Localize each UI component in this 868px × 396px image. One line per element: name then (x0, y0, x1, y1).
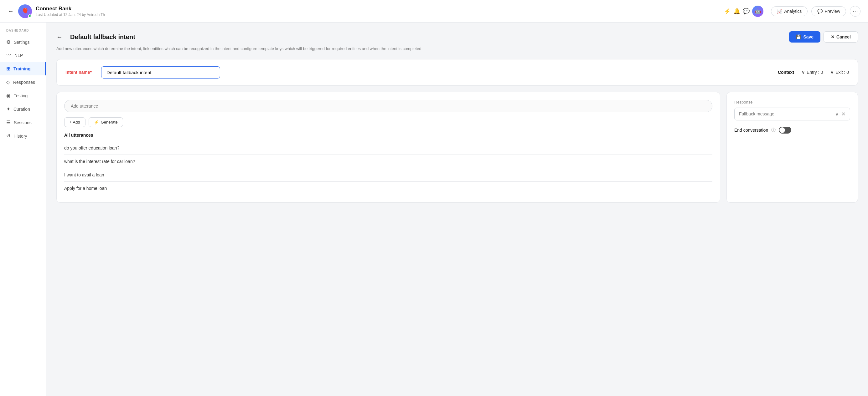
required-marker: * (90, 70, 92, 75)
utterance-actions: + Add ⚡ Generate (64, 117, 712, 127)
utterances-list: do you offer education loan? what is the… (64, 141, 712, 195)
utterances-panel: + Add ⚡ Generate All utterances do you o… (56, 92, 720, 203)
bot-last-updated: Last Updated at 12 Jan, 24 by Anirudh Th (36, 12, 105, 17)
analytics-button[interactable]: 📈 Analytics (771, 6, 808, 16)
sidebar-nlp-label: NLP (14, 53, 23, 58)
context-section: Context ∨ Entry : 0 ∨ Exit : 0 (778, 70, 849, 75)
chevron-down-icon[interactable]: ∨ (835, 111, 839, 117)
response-input-icons: ∨ ✕ (835, 111, 845, 117)
exit-value: Exit : 0 (835, 70, 849, 75)
page-back-button[interactable]: ← (56, 33, 63, 41)
bot-online-indicator (28, 14, 31, 18)
sidebar-training-label: Training (13, 66, 30, 71)
page-description: Add new utterances which determine the i… (56, 46, 432, 52)
exit-chevron-icon: ∨ (830, 70, 834, 75)
cancel-button[interactable]: ✕ Cancel (824, 31, 858, 42)
bot-avatar: 🎈 (18, 4, 32, 18)
save-label: Save (803, 34, 813, 39)
sidebar-item-testing[interactable]: ◉ Testing (0, 89, 46, 102)
sidebar-testing-label: Testing (14, 93, 28, 98)
response-panel: Response ∨ ✕ End conversation ⓘ (726, 92, 858, 203)
user-avatar: 🤖 (752, 6, 764, 17)
sidebar-item-training[interactable]: ⊞ Training (0, 62, 46, 75)
bot-info: Connect Bank Last Updated at 12 Jan, 24 … (36, 6, 105, 17)
header-icons: ⚡ 🔔 💬 🤖 (724, 6, 767, 17)
more-options-button[interactable]: ⋯ (850, 6, 861, 16)
sidebar: DASHBOARD ⚙ Settings 〰 NLP ⊞ Training ◇ … (0, 23, 46, 396)
cancel-label: Cancel (836, 34, 851, 39)
all-utterances-title: All utterances (64, 133, 712, 138)
entry-dropdown[interactable]: ∨ Entry : 0 (802, 70, 823, 75)
settings-icon: ⚙ (6, 39, 11, 45)
header-right: ⚡ 🔔 💬 🤖 📈 Analytics 💬 Preview ⋯ (724, 6, 861, 17)
intent-card: Intent name* Context ∨ Entry : 0 ∨ Exit … (56, 59, 858, 86)
clear-icon[interactable]: ✕ (841, 111, 845, 117)
responses-icon: ◇ (6, 79, 10, 85)
dashboard-label: DASHBOARD (0, 29, 46, 35)
history-icon: ↺ (6, 133, 10, 139)
exit-dropdown[interactable]: ∨ Exit : 0 (830, 70, 849, 75)
analytics-label: Analytics (784, 9, 802, 14)
chat-icon-btn[interactable]: 💬 (743, 8, 750, 15)
utterance-item: do you offer education loan? (64, 141, 712, 155)
cancel-icon: ✕ (831, 34, 835, 39)
sidebar-responses-label: Responses (13, 80, 35, 85)
sidebar-item-curation[interactable]: ✦ Curation (0, 102, 46, 116)
info-icon[interactable]: ⓘ (771, 127, 776, 133)
intent-name-input[interactable] (101, 66, 220, 78)
utterance-item: what is the interest rate for car loan? (64, 155, 712, 168)
page-title-row: ← Default fallback intent (56, 33, 135, 41)
training-icon: ⊞ (6, 66, 10, 72)
sidebar-sessions-label: Sessions (14, 120, 32, 125)
preview-button[interactable]: 💬 Preview (811, 6, 846, 16)
main-content: ← Default fallback intent 💾 Save ✕ Cance… (46, 23, 868, 396)
generate-label: Generate (101, 120, 118, 125)
utterance-item: Apply for a home loan (64, 182, 712, 195)
page-actions: 💾 Save ✕ Cancel (789, 31, 858, 42)
curation-icon: ✦ (6, 106, 10, 112)
response-label: Response (734, 100, 850, 104)
sidebar-settings-label: Settings (14, 40, 30, 45)
bot-name: Connect Bank (36, 6, 105, 12)
back-button[interactable]: ← (7, 7, 14, 15)
notification-icon-btn[interactable]: 🔔 (733, 8, 740, 15)
analytics-chart-icon: 📈 (777, 9, 782, 14)
sessions-icon: ☰ (6, 120, 11, 125)
testing-icon: ◉ (6, 93, 11, 99)
sidebar-curation-label: Curation (13, 107, 30, 112)
top-header: ← 🎈 Connect Bank Last Updated at 12 Jan,… (0, 0, 868, 23)
end-conversation-label: End conversation (734, 128, 768, 133)
response-input[interactable] (739, 111, 835, 117)
save-button[interactable]: 💾 Save (789, 31, 820, 42)
generate-icon: ⚡ (94, 120, 99, 125)
end-conversation-row: End conversation ⓘ (734, 127, 850, 134)
entry-value: Entry : 0 (807, 70, 823, 75)
preview-icon: 💬 (817, 9, 823, 14)
sidebar-history-label: History (13, 134, 27, 139)
layout: DASHBOARD ⚙ Settings 〰 NLP ⊞ Training ◇ … (0, 23, 868, 396)
flash-icon-btn[interactable]: ⚡ (724, 8, 731, 15)
nlp-icon: 〰 (6, 53, 11, 58)
sidebar-item-sessions[interactable]: ☰ Sessions (0, 116, 46, 129)
sidebar-item-settings[interactable]: ⚙ Settings (0, 35, 46, 49)
toggle-knob (779, 127, 785, 133)
sidebar-item-history[interactable]: ↺ History (0, 129, 46, 143)
intent-name-label: Intent name* (65, 70, 92, 75)
save-icon: 💾 (796, 34, 801, 39)
end-conversation-toggle[interactable] (779, 127, 791, 134)
sidebar-item-responses[interactable]: ◇ Responses (0, 75, 46, 89)
sidebar-item-nlp[interactable]: 〰 NLP (0, 49, 46, 62)
add-utterance-button[interactable]: + Add (64, 117, 86, 127)
page-header: ← Default fallback intent 💾 Save ✕ Cance… (56, 31, 858, 42)
context-label: Context (778, 70, 794, 75)
utterance-input-row (64, 100, 712, 112)
add-utterance-input[interactable] (64, 100, 712, 112)
page-title: Default fallback intent (70, 33, 135, 41)
generate-button[interactable]: ⚡ Generate (89, 117, 123, 127)
utterance-item: I want to avail a loan (64, 168, 712, 182)
content-row: + Add ⚡ Generate All utterances do you o… (56, 92, 858, 203)
entry-chevron-icon: ∨ (802, 70, 805, 75)
response-input-row: ∨ ✕ (734, 108, 850, 121)
preview-label: Preview (825, 9, 840, 14)
